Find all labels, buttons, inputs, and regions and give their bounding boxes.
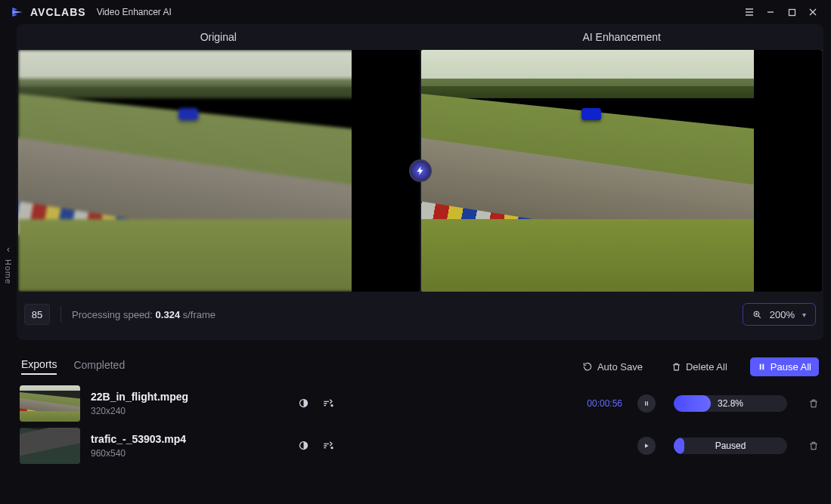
pause-icon xyxy=(758,363,766,371)
product-name: Video Enhancer AI xyxy=(97,7,172,17)
svg-point-5 xyxy=(330,447,333,449)
brand-name: AVCLABS xyxy=(30,6,86,18)
pause-export-button[interactable] xyxy=(637,394,656,413)
close-button[interactable] xyxy=(802,2,823,23)
pause-icon xyxy=(643,400,650,407)
export-filename: trafic_-_53903.mp4 xyxy=(91,433,257,445)
export-row: 22B_in_flight.mpeg 320x240 00:00:56 32.8… xyxy=(17,382,823,425)
close-icon xyxy=(808,8,817,17)
play-icon xyxy=(643,443,650,449)
chevron-down-icon: ▾ xyxy=(802,311,806,319)
motion-icon[interactable] xyxy=(323,397,335,410)
processing-speed: Processing speed: 0.324 s/frame xyxy=(72,309,216,320)
export-resolution: 960x540 xyxy=(91,448,257,459)
hamburger-icon xyxy=(744,7,755,17)
brand-mark-icon xyxy=(11,5,24,19)
delete-all-button[interactable]: Delete All xyxy=(665,358,733,376)
svg-point-3 xyxy=(330,404,333,407)
zoom-select[interactable]: 200% ▾ xyxy=(743,303,816,326)
side-rail[interactable]: ‹ Home xyxy=(0,24,17,504)
app-logo: AVCLABS Video Enhancer AI xyxy=(11,5,172,19)
preview-row xyxy=(17,50,823,292)
tab-completed[interactable]: Completed xyxy=(73,359,125,374)
maximize-button[interactable] xyxy=(781,2,802,23)
trash-icon xyxy=(808,441,819,451)
export-list: 22B_in_flight.mpeg 320x240 00:00:56 32.8… xyxy=(17,382,823,467)
zoom-value: 200% xyxy=(770,309,795,320)
delete-export-button[interactable] xyxy=(808,398,819,409)
motion-icon[interactable] xyxy=(323,440,335,452)
contrast-icon[interactable] xyxy=(298,440,309,452)
export-progress[interactable]: Paused xyxy=(674,438,787,454)
bolt-icon xyxy=(415,165,426,176)
preview-title-enhanced: AI Enhancement xyxy=(420,31,824,43)
autosave-icon xyxy=(582,361,593,372)
export-row: trafic_-_53903.mp4 960x540 Paused xyxy=(17,425,823,467)
tab-exports[interactable]: Exports xyxy=(21,358,57,375)
preview-original[interactable] xyxy=(18,50,420,292)
minimize-button[interactable] xyxy=(760,2,781,23)
pause-all-button[interactable]: Pause All xyxy=(750,357,819,376)
minimize-icon xyxy=(766,8,775,17)
autosave-button[interactable]: Auto Save xyxy=(576,358,649,376)
preview-enhanced[interactable] xyxy=(421,50,823,292)
maximize-icon xyxy=(788,8,796,17)
contrast-icon[interactable] xyxy=(298,397,309,410)
delete-export-button[interactable] xyxy=(808,441,819,451)
exports-bar: Exports Completed Auto Save Delete All P… xyxy=(17,351,823,382)
frame-counter: 85 xyxy=(24,304,50,325)
export-thumbnail[interactable] xyxy=(20,385,80,422)
menu-button[interactable] xyxy=(739,2,760,23)
status-row: 85 Processing speed: 0.324 s/frame 200% … xyxy=(17,298,823,331)
magnify-icon xyxy=(752,310,762,320)
resume-export-button[interactable] xyxy=(637,437,656,455)
trash-icon xyxy=(808,398,819,409)
side-rail-label: Home xyxy=(4,259,13,284)
titlebar: AVCLABS Video Enhancer AI xyxy=(0,0,831,24)
svg-rect-0 xyxy=(789,9,795,15)
export-resolution: 320x240 xyxy=(91,406,257,416)
export-progress[interactable]: 32.8% xyxy=(674,395,787,412)
trash-icon xyxy=(671,362,681,372)
export-thumbnail[interactable] xyxy=(20,428,80,464)
export-elapsed: 00:00:56 xyxy=(587,398,622,409)
preview-title-original: Original xyxy=(17,31,420,43)
divider xyxy=(60,306,61,323)
compare-toggle[interactable] xyxy=(409,159,432,182)
export-filename: 22B_in_flight.mpeg xyxy=(91,391,257,403)
preview-card: Original AI Enhancement xyxy=(17,24,823,340)
chevron-left-icon: ‹ xyxy=(7,244,10,255)
